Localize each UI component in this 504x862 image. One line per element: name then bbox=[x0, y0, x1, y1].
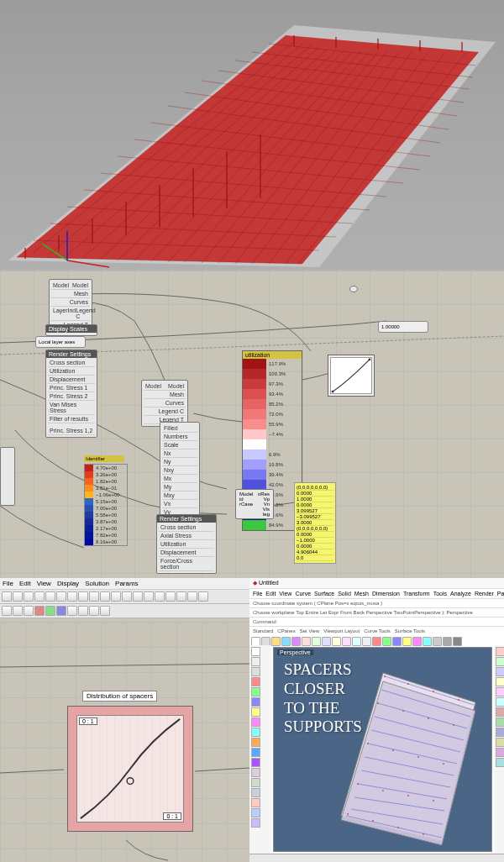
tool-icon[interactable] bbox=[251, 667, 260, 676]
tab[interactable]: Set View bbox=[300, 628, 320, 633]
rhino-window[interactable]: ◆ Untitled File Edit View Curve Surface … bbox=[249, 578, 504, 862]
tool-icon[interactable] bbox=[251, 798, 260, 807]
3d-viewport[interactable] bbox=[0, 0, 504, 271]
setting-row[interactable]: Cross section bbox=[48, 359, 95, 367]
tool-icon[interactable] bbox=[251, 778, 260, 787]
menu-item[interactable]: Dimension bbox=[372, 591, 400, 597]
tool-icon[interactable] bbox=[144, 591, 154, 602]
menu-item[interactable]: Render bbox=[475, 591, 494, 597]
setting-row[interactable]: Princ. Stress 1,2 bbox=[48, 427, 95, 435]
tool-icon[interactable] bbox=[176, 591, 186, 602]
tab[interactable]: CPanes bbox=[277, 628, 295, 633]
setting-row[interactable]: Princ. Stress 2 bbox=[48, 392, 95, 401]
beamview-node[interactable]: ModelnRes idVp rCaseVn Vis leg bbox=[235, 489, 274, 519]
menu-item[interactable]: View bbox=[37, 580, 51, 587]
tool-icon[interactable] bbox=[122, 591, 132, 602]
render-settings-node-2[interactable]: Render Settings Cross section Axial Stre… bbox=[156, 514, 217, 574]
tool-icon[interactable] bbox=[187, 591, 197, 602]
check-row[interactable]: Nxy bbox=[164, 467, 174, 473]
check-row[interactable]: Scale bbox=[164, 442, 179, 448]
menu-item[interactable]: Edit bbox=[19, 580, 31, 587]
tool-icon[interactable] bbox=[24, 606, 34, 616]
menu-item[interactable]: Display bbox=[57, 580, 79, 587]
tool-icon[interactable] bbox=[78, 606, 88, 616]
menu-item[interactable]: Panels bbox=[497, 591, 504, 597]
menu-item[interactable]: Transform bbox=[403, 591, 430, 597]
tab[interactable]: Viewport Layout bbox=[323, 628, 360, 633]
viewport-label[interactable]: Perspective bbox=[277, 649, 313, 655]
tool-icon[interactable] bbox=[251, 758, 260, 767]
tool-icon[interactable] bbox=[34, 606, 45, 616]
canvas-area[interactable]: Distribution of spacers 0 : 1 0 : 1 bbox=[0, 622, 249, 862]
tool-icon[interactable] bbox=[251, 687, 260, 696]
setting-row[interactable]: Axial Stress bbox=[159, 532, 214, 540]
setting-row[interactable]: Utilization bbox=[159, 540, 214, 549]
tool-icon[interactable] bbox=[13, 606, 23, 616]
tool-icon[interactable] bbox=[251, 728, 260, 737]
tool-icon[interactable] bbox=[251, 657, 260, 666]
grasshopper-window[interactable]: File Edit View Display Solution Params D… bbox=[0, 578, 249, 862]
tool-icon[interactable] bbox=[496, 707, 504, 717]
perspective-viewport[interactable]: Perspective SPACERS CLOSER TO THE SUPPOR… bbox=[273, 647, 492, 852]
tool-icon[interactable] bbox=[496, 697, 504, 707]
menu-item[interactable]: Params bbox=[115, 580, 139, 587]
grasshopper-canvas[interactable]: ModelModel Mesh Curves LayerIndLegend C … bbox=[0, 271, 504, 578]
menu-item[interactable]: File bbox=[253, 591, 262, 597]
tab[interactable]: Surface Tools bbox=[395, 628, 425, 633]
setting-row[interactable]: Cross section bbox=[159, 523, 214, 532]
setting-row[interactable]: Utilization bbox=[48, 367, 95, 376]
tool-icon[interactable] bbox=[496, 667, 504, 676]
tool-icon[interactable] bbox=[496, 717, 504, 727]
tool-icon[interactable] bbox=[496, 728, 504, 737]
tool-icon[interactable] bbox=[100, 591, 110, 602]
tool-icon[interactable] bbox=[251, 808, 260, 817]
tool-icon[interactable] bbox=[2, 591, 12, 602]
tool-icon[interactable] bbox=[496, 748, 504, 757]
graph-mapper[interactable]: 0 : 1 0 : 1 bbox=[67, 706, 193, 832]
tool-icon[interactable] bbox=[251, 697, 260, 707]
number-slider[interactable]: 1.00000 bbox=[378, 321, 428, 333]
tool-icon[interactable] bbox=[34, 591, 45, 602]
tool-icon[interactable] bbox=[251, 768, 260, 777]
tool-icon[interactable] bbox=[496, 687, 504, 696]
setting-row[interactable]: Displacement bbox=[48, 376, 95, 384]
tool-icon[interactable] bbox=[100, 606, 110, 616]
setting-row[interactable]: Displacement bbox=[159, 549, 214, 557]
tool-icon[interactable] bbox=[67, 606, 77, 616]
tool-icon[interactable] bbox=[67, 591, 77, 602]
data-panel[interactable]: (0,0,0,0,0,0,0)0.00001.00000.00003.09952… bbox=[294, 482, 336, 564]
check-row[interactable]: Vx bbox=[164, 501, 171, 507]
tool-icon[interactable] bbox=[2, 606, 12, 616]
relay-node[interactable] bbox=[349, 286, 358, 292]
menu-item[interactable]: View bbox=[279, 591, 291, 597]
menu-item[interactable]: Analyze bbox=[450, 591, 471, 597]
tool-icon[interactable] bbox=[24, 591, 34, 602]
setting-row[interactable]: Princ. Stress 1 bbox=[48, 384, 95, 392]
check-row[interactable]: My bbox=[164, 484, 171, 490]
tool-icon[interactable] bbox=[251, 788, 260, 797]
menu-item[interactable]: Solution bbox=[85, 580, 109, 587]
local-layer-axes-dropdown[interactable]: Local layer axes bbox=[35, 336, 86, 348]
command-input[interactable]: Command: bbox=[249, 618, 504, 627]
menu-item[interactable]: Tools bbox=[433, 591, 447, 597]
tool-icon[interactable] bbox=[251, 818, 260, 828]
mesh-display-node[interactable]: Filled Numbers Scale Nx Ny Nxy Mx My Mxy… bbox=[160, 422, 200, 519]
tab[interactable]: Curve Tools bbox=[364, 628, 391, 633]
tool-icon[interactable] bbox=[89, 606, 99, 616]
modelview-node-2[interactable]: ModelModel Mesh Curves Legend C Legend T bbox=[141, 380, 188, 427]
check-row[interactable]: Mxy bbox=[164, 492, 175, 498]
tool-icon[interactable] bbox=[45, 591, 55, 602]
tool-icon[interactable] bbox=[111, 591, 121, 602]
tool-icon[interactable] bbox=[251, 738, 260, 747]
setting-row[interactable]: Van Mises Stress bbox=[48, 401, 95, 415]
menu-item[interactable]: Mesh bbox=[354, 591, 369, 597]
graph-mapper-node-1[interactable] bbox=[328, 355, 375, 397]
tool-icon[interactable] bbox=[251, 647, 260, 656]
check-row[interactable]: Mx bbox=[164, 476, 171, 481]
tool-icon[interactable] bbox=[496, 677, 504, 686]
tool-icon[interactable] bbox=[56, 606, 66, 616]
tool-icon[interactable] bbox=[496, 647, 504, 656]
check-row[interactable]: Ny bbox=[164, 459, 171, 465]
tool-icon[interactable] bbox=[89, 591, 99, 602]
check-row[interactable]: Numbers bbox=[164, 434, 187, 439]
